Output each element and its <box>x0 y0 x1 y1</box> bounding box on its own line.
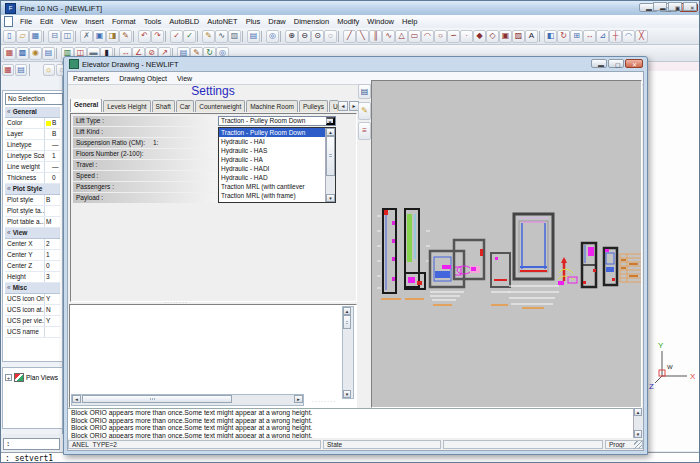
scrollbar-thumb[interactable] <box>326 136 335 176</box>
dialog-menu-item[interactable]: View <box>172 75 197 82</box>
menu-item[interactable]: Modify <box>333 17 363 26</box>
property-row[interactable]: Center X2 <box>5 239 60 250</box>
explode-icon[interactable]: ╳ <box>635 30 648 43</box>
tree-item-plan-views[interactable]: + Plan Views <box>5 373 62 382</box>
toolbar-separator[interactable] <box>56 48 60 59</box>
scale-icon[interactable]: ⊿ <box>596 30 609 43</box>
resize-grip-icon[interactable] <box>634 441 642 449</box>
menu-item[interactable]: Help <box>398 17 421 26</box>
arc-icon[interactable]: ◠ <box>421 30 434 43</box>
scroll-down-icon[interactable]: ▼ <box>343 390 351 398</box>
fillet-icon[interactable]: ◠ <box>622 30 635 43</box>
settings-tab[interactable]: Up and d <box>329 100 338 112</box>
drawing-preview-area[interactable] <box>371 80 642 408</box>
property-row[interactable]: UCS name <box>5 327 60 338</box>
output-list-area[interactable]: ▲ ▼ ◄ ► ········ <box>69 304 357 408</box>
dropdown-option[interactable]: Hydraulic - HAD <box>219 173 326 182</box>
match-properties-icon[interactable]: ✎ <box>119 30 132 43</box>
toolbar-separator[interactable] <box>261 31 265 42</box>
scroll-right-icon[interactable]: ► <box>294 395 303 403</box>
render-icon[interactable]: ▩ <box>16 47 29 60</box>
find-icon[interactable]: ◎ <box>266 30 279 43</box>
dialog-minimize-button[interactable]: ▬ <box>591 59 607 68</box>
menu-item[interactable]: Window <box>363 17 398 26</box>
mdi-restore-button[interactable]: ▣ <box>668 2 682 11</box>
scrollbar-thumb[interactable] <box>343 315 351 329</box>
settings-tab[interactable]: Car <box>176 100 194 112</box>
print-preview-icon[interactable]: ◫ <box>61 30 74 43</box>
hatch-icon[interactable]: ▨ <box>512 30 525 43</box>
toolbar-separator[interactable] <box>280 31 284 42</box>
settings-tab[interactable]: Pulleys <box>299 100 328 112</box>
dropdown-option[interactable]: Traction - Pulley Room Down <box>219 128 326 137</box>
property-row[interactable]: Linetype— <box>5 140 60 151</box>
property-row[interactable]: Plot table a...M <box>5 217 60 228</box>
copy-icon[interactable]: ▣ <box>93 30 106 43</box>
section-header-view[interactable]: «View <box>5 228 60 239</box>
property-row[interactable]: ColorB <box>5 118 60 129</box>
rectangle-icon[interactable]: ▭ <box>408 30 421 43</box>
scrollbar-thumb[interactable] <box>82 395 232 403</box>
dropdown-option[interactable]: Hydraulic - HA <box>219 155 326 164</box>
property-row[interactable]: Height3 <box>5 272 60 283</box>
settings-tab[interactable]: General <box>70 99 102 112</box>
autobld-check-icon[interactable]: ✓ <box>170 30 183 43</box>
dropdown-option[interactable]: Traction MRL (with cantilever <box>219 182 326 191</box>
settings-tab[interactable]: Machine Room <box>246 100 298 112</box>
message-scrollbar[interactable]: ▲ ▼ <box>633 408 643 438</box>
sheet-set-icon[interactable]: ▤ <box>42 47 55 60</box>
new-file-icon[interactable]: ▯ <box>3 30 16 43</box>
property-row[interactable]: UCS icon at...N <box>5 305 60 316</box>
toolbar-separator[interactable] <box>197 31 201 42</box>
list-hscrollbar[interactable]: ◄ ► <box>71 394 304 406</box>
rotate-icon[interactable]: ↻ <box>557 30 570 43</box>
dropdown-scrollbar[interactable]: ▲ ▼ <box>325 128 335 202</box>
polyline-icon[interactable]: ∿ <box>382 30 395 43</box>
menu-item[interactable]: Insert <box>81 17 108 26</box>
pal-layers-icon[interactable]: ▤ <box>15 64 27 76</box>
pal-views-icon[interactable]: ▦ <box>2 64 14 76</box>
layer-on-bulb-icon[interactable]: ☼ <box>43 64 55 76</box>
toolbar-separator[interactable] <box>539 31 543 42</box>
dropdown-option[interactable]: Hydraulic - HAS <box>219 146 326 155</box>
autonet-check-icon[interactable]: ✓ <box>183 30 196 43</box>
menu-item[interactable]: AutoBLD <box>165 17 203 26</box>
property-row[interactable]: UCS icon OnY <box>5 294 60 305</box>
dialog-close-button[interactable]: ✕ <box>625 59 643 68</box>
dlg-report-book-icon[interactable]: ▤ <box>358 84 371 99</box>
combo-dropdown-button[interactable]: ▼ <box>326 117 335 125</box>
toolbar-separator[interactable] <box>338 31 342 42</box>
menu-item[interactable]: Tools <box>140 17 166 26</box>
toolbar-separator[interactable] <box>133 31 137 42</box>
property-row[interactable]: LayerB <box>5 129 60 140</box>
menu-item[interactable]: Edit <box>36 17 57 26</box>
list-vscrollbar[interactable]: ▲ ▼ <box>342 306 354 399</box>
scroll-up-icon[interactable]: ▲ <box>343 307 351 315</box>
settings-tab[interactable]: Shaft <box>152 100 175 112</box>
dropdown-option[interactable]: Hydraulic - HAI <box>219 137 326 146</box>
multiline-icon[interactable]: ║ <box>369 30 382 43</box>
make-block-icon[interactable]: ◇ <box>486 30 499 43</box>
dialog-menu-item[interactable]: Drawing Object <box>114 75 172 82</box>
text-icon[interactable]: A <box>525 30 538 43</box>
dialog-menu-item[interactable]: Parameters <box>68 75 114 82</box>
scroll-up-icon[interactable]: ▲ <box>326 128 335 136</box>
named-views-icon[interactable]: ▦ <box>3 47 16 60</box>
toolbar-separator[interactable] <box>165 31 169 42</box>
menu-item[interactable]: View <box>57 17 81 26</box>
section-header-plot-style[interactable]: «Plot Style <box>5 184 60 195</box>
dropdown-option[interactable]: Traction MRL (with frame) <box>219 191 326 200</box>
zoom-in-icon[interactable]: ⊕ <box>285 30 298 43</box>
insert-block-icon[interactable]: ◆ <box>473 30 486 43</box>
scroll-down-icon[interactable]: ▼ <box>326 194 335 202</box>
pedit-icon[interactable]: ∿ <box>215 30 228 43</box>
lift-type-combobox[interactable]: Traction - Pulley Room Down ▼ <box>218 116 336 126</box>
dlg-layers-icon[interactable]: ≡ <box>358 122 371 140</box>
tree-expand-icon[interactable]: + <box>5 374 12 381</box>
menu-item[interactable]: Draw <box>264 17 290 26</box>
toolbar-separator[interactable] <box>29 64 41 76</box>
cut-icon[interactable]: ✗ <box>80 30 93 43</box>
property-row[interactable]: UCS per vie...Y <box>5 316 60 327</box>
selection-filter-combo[interactable]: No Selection <box>5 93 63 105</box>
erase-icon[interactable]: ▨ <box>228 30 241 43</box>
